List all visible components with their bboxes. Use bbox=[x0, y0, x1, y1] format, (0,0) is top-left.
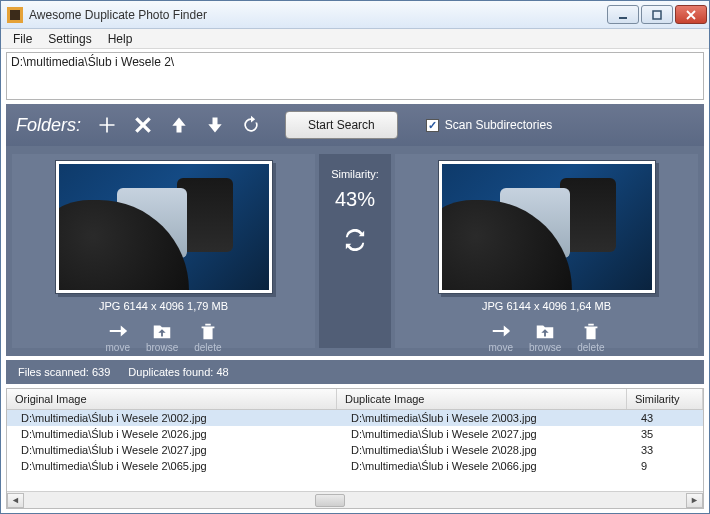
original-delete-button[interactable]: delete bbox=[194, 320, 221, 353]
maximize-button[interactable] bbox=[641, 5, 673, 24]
original-image-meta: JPG 6144 x 4096 1,79 MB bbox=[99, 300, 228, 312]
close-button[interactable] bbox=[675, 5, 707, 24]
folders-toolbar: Folders: Start Search ✓ Scan Subdirector… bbox=[6, 104, 704, 146]
move-label: move bbox=[106, 342, 130, 353]
folder-list[interactable]: D:\multimedia\Ślub i Wesele 2\ bbox=[6, 52, 704, 100]
start-search-button[interactable]: Start Search bbox=[285, 111, 398, 139]
menu-settings[interactable]: Settings bbox=[42, 30, 97, 48]
table-row[interactable]: D:\multimedia\Ślub i Wesele 2\027.jpgD:\… bbox=[7, 442, 703, 458]
minimize-button[interactable] bbox=[607, 5, 639, 24]
scroll-left-arrow[interactable]: ◄ bbox=[7, 493, 24, 508]
move-down-icon[interactable] bbox=[205, 115, 225, 135]
browse-label: browse bbox=[529, 342, 561, 353]
cell-original: D:\multimedia\Ślub i Wesele 2\065.jpg bbox=[7, 458, 337, 474]
duplicate-browse-button[interactable]: browse bbox=[529, 320, 561, 353]
similarity-value: 43% bbox=[335, 188, 375, 211]
cell-similarity: 9 bbox=[627, 458, 703, 474]
cell-original: D:\multimedia\Ślub i Wesele 2\027.jpg bbox=[7, 442, 337, 458]
original-move-button[interactable]: move bbox=[106, 320, 130, 353]
app-icon bbox=[7, 7, 23, 23]
move-label: move bbox=[489, 342, 513, 353]
col-similarity[interactable]: Similarity bbox=[627, 389, 703, 409]
window-title: Awesome Duplicate Photo Finder bbox=[29, 8, 605, 22]
titlebar: Awesome Duplicate Photo Finder bbox=[1, 1, 709, 29]
cell-original: D:\multimedia\Ślub i Wesele 2\002.jpg bbox=[7, 410, 337, 426]
folder-path-entry[interactable]: D:\multimedia\Ślub i Wesele 2\ bbox=[11, 55, 699, 69]
horizontal-scrollbar[interactable]: ◄ ► bbox=[7, 491, 703, 508]
cell-duplicate: D:\multimedia\Ślub i Wesele 2\027.jpg bbox=[337, 426, 627, 442]
svg-rect-0 bbox=[619, 17, 627, 19]
files-scanned: Files scanned: 639 bbox=[18, 366, 110, 378]
svg-rect-1 bbox=[653, 11, 661, 19]
menubar: File Settings Help bbox=[1, 29, 709, 49]
table-row[interactable]: D:\multimedia\Ślub i Wesele 2\065.jpgD:\… bbox=[7, 458, 703, 474]
menu-help[interactable]: Help bbox=[102, 30, 139, 48]
duplicate-thumbnail[interactable] bbox=[438, 160, 656, 294]
cell-similarity: 35 bbox=[627, 426, 703, 442]
col-duplicate[interactable]: Duplicate Image bbox=[337, 389, 627, 409]
original-thumbnail[interactable] bbox=[55, 160, 273, 294]
cell-duplicate: D:\multimedia\Ślub i Wesele 2\003.jpg bbox=[337, 410, 627, 426]
table-header: Original Image Duplicate Image Similarit… bbox=[7, 389, 703, 410]
scan-subdirectories-checkbox[interactable]: ✓ Scan Subdirectories bbox=[426, 118, 552, 132]
swap-icon[interactable] bbox=[344, 219, 366, 254]
scroll-right-arrow[interactable]: ► bbox=[686, 493, 703, 508]
duplicate-image-meta: JPG 6144 x 4096 1,64 MB bbox=[482, 300, 611, 312]
table-row[interactable]: D:\multimedia\Ślub i Wesele 2\002.jpgD:\… bbox=[7, 410, 703, 426]
cell-similarity: 43 bbox=[627, 410, 703, 426]
cell-original: D:\multimedia\Ślub i Wesele 2\026.jpg bbox=[7, 426, 337, 442]
mid-panel: Folders: Start Search ✓ Scan Subdirector… bbox=[6, 104, 704, 356]
duplicate-move-button[interactable]: move bbox=[489, 320, 513, 353]
col-original[interactable]: Original Image bbox=[7, 389, 337, 409]
original-browse-button[interactable]: browse bbox=[146, 320, 178, 353]
duplicates-found: Duplicates found: 48 bbox=[128, 366, 228, 378]
duplicate-delete-button[interactable]: delete bbox=[577, 320, 604, 353]
scan-subdirectories-label: Scan Subdirectories bbox=[445, 118, 552, 132]
table-body[interactable]: D:\multimedia\Ślub i Wesele 2\002.jpgD:\… bbox=[7, 410, 703, 491]
similarity-label: Similarity: bbox=[331, 168, 379, 180]
original-image-pane: JPG 6144 x 4096 1,79 MB move browse dele… bbox=[12, 154, 315, 348]
remove-folder-icon[interactable] bbox=[133, 115, 153, 135]
similarity-column: Similarity: 43% bbox=[319, 154, 391, 348]
check-icon: ✓ bbox=[426, 119, 439, 132]
table-row[interactable]: D:\multimedia\Ślub i Wesele 2\026.jpgD:\… bbox=[7, 426, 703, 442]
delete-label: delete bbox=[577, 342, 604, 353]
scroll-thumb[interactable] bbox=[315, 494, 345, 507]
duplicate-image-pane: JPG 6144 x 4096 1,64 MB move browse dele… bbox=[395, 154, 698, 348]
add-folder-icon[interactable] bbox=[97, 115, 117, 135]
menu-file[interactable]: File bbox=[7, 30, 38, 48]
browse-label: browse bbox=[146, 342, 178, 353]
cell-similarity: 33 bbox=[627, 442, 703, 458]
cell-duplicate: D:\multimedia\Ślub i Wesele 2\028.jpg bbox=[337, 442, 627, 458]
folders-label: Folders: bbox=[16, 115, 81, 136]
cell-duplicate: D:\multimedia\Ślub i Wesele 2\066.jpg bbox=[337, 458, 627, 474]
results-table: Original Image Duplicate Image Similarit… bbox=[6, 388, 704, 509]
refresh-icon[interactable] bbox=[241, 115, 261, 135]
status-bar: Files scanned: 639 Duplicates found: 48 bbox=[6, 360, 704, 384]
delete-label: delete bbox=[194, 342, 221, 353]
move-up-icon[interactable] bbox=[169, 115, 189, 135]
